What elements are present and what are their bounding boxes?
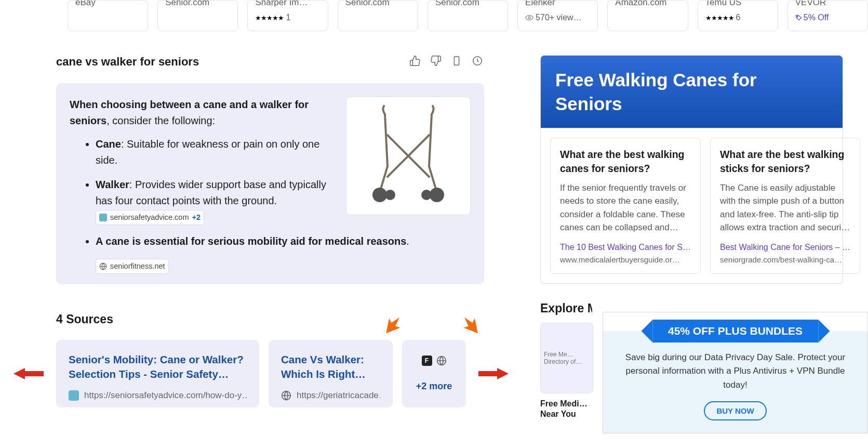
thumbs-up-icon[interactable] xyxy=(409,55,421,67)
related-card[interactable]: What are the best walking sticks for sen… xyxy=(710,138,860,274)
product-row: eBaySenior.comSharper Im…★★★★★ 1Senior.c… xyxy=(0,0,868,31)
source-url: https://seniorsafetyadvice.com/how-do-y… xyxy=(69,390,247,401)
svg-point-6 xyxy=(385,190,395,200)
review-count: 6 xyxy=(736,13,741,22)
related-banner: Free Walking Canes for Seniors xyxy=(540,55,843,128)
product-source: VEVOR xyxy=(795,0,862,8)
svg-point-4 xyxy=(372,188,387,202)
citation-chip[interactable]: seniorfitness.net xyxy=(96,259,169,273)
citation-domain: seniorsafetyadvice.com xyxy=(110,212,189,223)
stars-icon: ★★★★★ xyxy=(255,14,284,22)
query-text: cane vs walker for seniors xyxy=(56,55,199,69)
promo-text: Save big during our Data Privacy Day Sal… xyxy=(616,351,855,392)
bullet-lead: A cane is essential for serious mobility… xyxy=(96,235,406,247)
related-question: What are the best walking sticks for sen… xyxy=(720,148,850,176)
explore-card[interactable]: Free Me… Directory of…Free Medi… Near Yo… xyxy=(540,323,593,420)
svg-point-0 xyxy=(528,17,530,19)
promo-ribbon: 45% OFF PLUS BUNDLES xyxy=(652,320,818,342)
explore-heading: Explore More xyxy=(540,301,592,315)
related-question: What are the best walking canes for seni… xyxy=(560,148,691,176)
product-card[interactable]: Senior.com xyxy=(157,0,238,31)
citation-domain: seniorfitness.net xyxy=(110,260,165,272)
bullet-text: : Suitable for weakness or pain on only … xyxy=(96,138,319,166)
svg-point-1 xyxy=(797,16,798,17)
product-card[interactable]: Temu US★★★★★ 6 xyxy=(698,0,778,31)
product-source: Temu US xyxy=(705,0,772,8)
tag-icon xyxy=(795,14,803,21)
related-card[interactable]: What are the best walking canes for seni… xyxy=(550,138,701,274)
product-card[interactable]: Amazon.com xyxy=(607,0,688,31)
stars-icon: ★★★★★ xyxy=(705,14,734,22)
citation-chip[interactable]: seniorsafetyadvice.com +2 xyxy=(96,210,204,225)
product-card[interactable]: Sharper Im…★★★★★ 1 xyxy=(247,0,328,31)
svg-marker-9 xyxy=(14,368,44,379)
more-sources-card[interactable]: F+2 more xyxy=(402,340,466,407)
svg-rect-2 xyxy=(454,57,459,65)
source-card[interactable]: Cane Vs Walker: Which Is Right For…https… xyxy=(269,340,393,407)
related-answer: The Cane is easily adjustable with the s… xyxy=(720,181,850,234)
site-favicon-icon: F xyxy=(422,355,432,366)
source-title: Cane Vs Walker: Which Is Right For… xyxy=(281,352,380,381)
site-favicon-icon xyxy=(69,390,79,401)
review-count: 1 xyxy=(286,13,290,22)
copy-icon[interactable] xyxy=(451,55,462,67)
product-card[interactable]: eBay xyxy=(68,0,148,31)
globe-icon xyxy=(281,390,291,401)
discount-tag: 5% Off xyxy=(795,13,829,22)
svg-point-5 xyxy=(430,188,444,202)
globe-icon xyxy=(99,262,107,270)
more-icons: F xyxy=(422,355,447,366)
product-source: Senior.com xyxy=(435,0,502,8)
product-source: Senior.com xyxy=(345,0,412,8)
product-source: Amazon.com xyxy=(615,0,682,8)
related-domain: seniorgrade.com/best-walking-ca… xyxy=(720,255,850,264)
query-row: cane vs walker for seniors xyxy=(56,55,484,69)
product-card[interactable]: Senior.com xyxy=(428,0,508,31)
product-meta: 5% Off xyxy=(795,13,862,22)
promo-popup: 45% OFF PLUS BUNDLES Save big during our… xyxy=(603,312,868,420)
ai-answer-card: When choosing between a cane and a walke… xyxy=(56,83,484,284)
product-meta: 570+ view… xyxy=(525,13,592,22)
answer-image[interactable] xyxy=(346,97,471,215)
sources-scroll-left[interactable] xyxy=(14,368,44,379)
product-source: Elenker xyxy=(525,0,592,8)
sources-scroll-right[interactable] xyxy=(478,368,509,379)
product-source: Sharper Im… xyxy=(255,0,322,8)
bullet-lead: Cane xyxy=(96,138,121,150)
citation-plus: +2 xyxy=(192,212,201,223)
bullet-text: . xyxy=(406,235,409,247)
sources-row: Senior's Mobility: Cane or Walker? Selec… xyxy=(56,340,466,407)
sources-heading: 4 Sources xyxy=(56,312,484,326)
svg-point-7 xyxy=(421,190,432,200)
related-cards: What are the best walking canes for seni… xyxy=(540,128,843,284)
related-answer: If the senior frequently travels or need… xyxy=(560,181,691,234)
feedback-icons xyxy=(409,55,484,67)
svg-marker-14 xyxy=(478,368,509,379)
product-meta: ★★★★★ 6 xyxy=(705,13,772,22)
globe-icon xyxy=(436,355,447,366)
bullet-lead: Walker xyxy=(96,179,129,190)
promo-buy-button[interactable]: BUY NOW xyxy=(704,401,766,420)
product-card[interactable]: VEVOR5% Off xyxy=(787,0,868,31)
product-source: Senior.com xyxy=(165,0,232,8)
answer-bullet: A cane is essential for serious mobility… xyxy=(96,233,471,249)
product-source: eBay xyxy=(75,0,142,8)
related-link[interactable]: The 10 Best Walking Canes for S… xyxy=(560,243,691,252)
explore-label: Free Medi… Near You xyxy=(540,399,593,420)
product-meta: ★★★★★ 1 xyxy=(255,13,322,22)
source-card[interactable]: Senior's Mobility: Cane or Walker? Selec… xyxy=(56,340,259,407)
related-domain: www.medicalalertbuyersguide.or… xyxy=(560,255,691,264)
site-favicon-icon xyxy=(99,214,107,221)
product-card[interactable]: Senior.com xyxy=(338,0,418,31)
eye-icon xyxy=(525,14,533,22)
walker-icon xyxy=(364,104,452,208)
share-icon[interactable] xyxy=(472,55,483,67)
view-count: 570+ view… xyxy=(536,13,582,22)
bullet-text: : Provides wider support base and typica… xyxy=(96,179,326,206)
thumbs-down-icon[interactable] xyxy=(430,55,442,67)
explore-thumb: Free Me… Directory of… xyxy=(540,323,593,393)
product-card[interactable]: Elenker570+ view… xyxy=(517,0,598,31)
source-title: Senior's Mobility: Cane or Walker? Selec… xyxy=(69,352,247,381)
source-url: https://geriatricacade… xyxy=(281,390,380,401)
related-link[interactable]: Best Walking Cane for Seniors – … xyxy=(720,243,850,252)
